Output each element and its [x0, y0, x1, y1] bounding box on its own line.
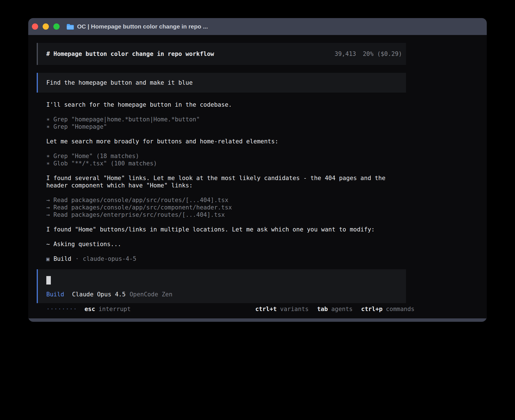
- shortcut-label: interrupt: [99, 306, 131, 312]
- context-usage: 20% ($0.29): [363, 50, 402, 58]
- user-message-text: Find the homepage button and make it blu…: [46, 79, 193, 86]
- input-meta: Build Claude Opus 4.5 OpenCode Zen: [46, 291, 398, 298]
- provider-label: OpenCode Zen: [130, 291, 173, 298]
- minimize-button[interactable]: [43, 23, 49, 30]
- folder-icon: [66, 23, 74, 30]
- traffic-lights: [32, 23, 60, 30]
- shortcut-label: commands: [386, 306, 414, 312]
- prompt-input[interactable]: Build Claude Opus 4.5 OpenCode Zen: [37, 269, 406, 303]
- session-stats: 39,413 20% ($0.29): [335, 50, 402, 58]
- shortcut-key: ctrl+t: [255, 306, 277, 312]
- shortcut-interrupt: escinterrupt: [84, 305, 131, 313]
- text-cursor: [46, 276, 51, 285]
- shortcut-key: esc: [84, 306, 95, 312]
- shortcut-key: tab: [317, 306, 328, 312]
- assistant-text: Let me search more broadly for buttons a…: [46, 138, 406, 145]
- shortcut-key: ctrl+p: [361, 306, 383, 312]
- status-right: ctrl+tvariants tabagents ctrl+pcommands: [255, 305, 414, 313]
- agent-status-line: ▣ Build · claude-opus-4-5: [46, 255, 406, 262]
- zoom-button[interactable]: [53, 23, 60, 30]
- agent-name: Build: [53, 255, 71, 262]
- agent-model: claude-opus-4-5: [83, 255, 136, 262]
- tool-call-glob: ∗ Glob "**/*.tsx" (100 matches): [46, 160, 406, 167]
- spinner-dots: ········: [46, 305, 77, 313]
- session-header: # Homepage button color change in repo w…: [37, 43, 406, 65]
- shortcut-label: variants: [280, 306, 309, 312]
- agent-square-icon: ▣: [46, 255, 49, 262]
- status-asking-questions: ~ Asking questions...: [46, 240, 406, 248]
- terminal-content: # Homepage button color change in repo w…: [28, 35, 487, 318]
- transcript: I'll search for the homepage button in t…: [46, 101, 406, 262]
- token-count: 39,413: [335, 50, 356, 58]
- assistant-text: I found "Home" buttons/links in multiple…: [46, 226, 406, 233]
- user-message: Find the homepage button and make it blu…: [37, 73, 406, 93]
- terminal-window: OC | Homepage button color change in rep…: [28, 18, 487, 322]
- tool-call-read: → Read packages/console/app/src/routes/[…: [46, 196, 406, 204]
- close-button[interactable]: [32, 23, 38, 30]
- titlebar[interactable]: OC | Homepage button color change in rep…: [28, 18, 487, 35]
- shortcut-agents: tabagents: [317, 305, 353, 313]
- tool-call-read: → Read packages/console/app/src/componen…: [46, 204, 406, 211]
- status-left: ········ escinterrupt: [46, 305, 131, 313]
- agent-mode-label: Build: [46, 291, 64, 298]
- tool-call-grep: ∗ Grep "Homepage": [46, 123, 406, 130]
- assistant-text: I'll search for the homepage button in t…: [46, 101, 406, 108]
- tool-call-grep: ∗ Grep "homepage|home.*button|Home.*butt…: [46, 116, 406, 123]
- tool-call-grep: ∗ Grep "Home" (18 matches): [46, 152, 406, 160]
- shortcut-label: agents: [331, 306, 353, 312]
- dot-separator: ·: [75, 255, 79, 262]
- status-bar: ········ escinterrupt ctrl+tvariants tab…: [46, 305, 414, 313]
- shortcut-variants: ctrl+tvariants: [255, 305, 309, 313]
- assistant-text: I found several "Home" links. Let me loo…: [46, 174, 406, 189]
- shortcut-commands: ctrl+pcommands: [361, 305, 414, 313]
- model-label: Claude Opus 4.5: [72, 291, 126, 298]
- session-title: # Homepage button color change in repo w…: [46, 50, 214, 58]
- tool-call-read: → Read packages/enterprise/src/routes/[.…: [46, 211, 406, 218]
- window-title: OC | Homepage button color change in rep…: [77, 23, 208, 30]
